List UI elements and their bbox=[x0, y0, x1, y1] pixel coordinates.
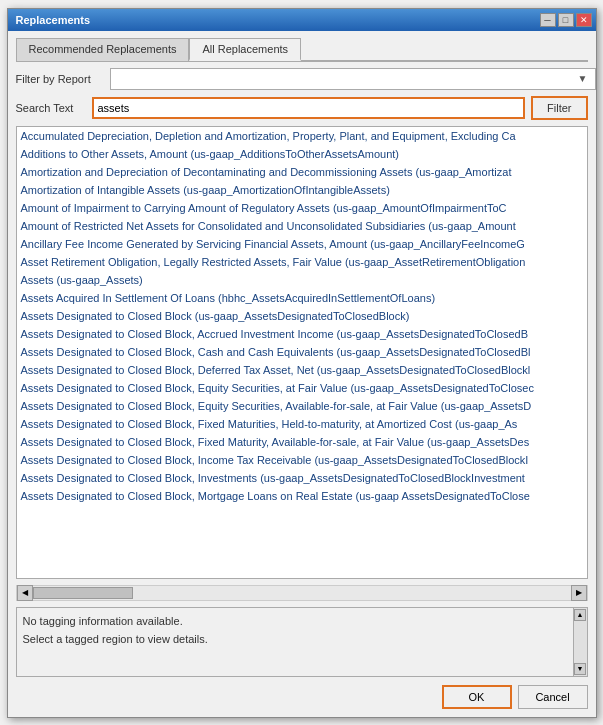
scroll-left-button[interactable]: ◀ bbox=[17, 585, 33, 601]
cancel-button[interactable]: Cancel bbox=[518, 685, 588, 709]
list-item[interactable]: Assets (us-gaap_Assets) bbox=[17, 271, 587, 289]
tab-recommended[interactable]: Recommended Replacements bbox=[16, 38, 190, 61]
list-item[interactable]: Assets Designated to Closed Block, Incom… bbox=[17, 451, 587, 469]
list-item[interactable]: Assets Designated to Closed Block, Defer… bbox=[17, 361, 587, 379]
info-line-2: Select a tagged region to view details. bbox=[23, 630, 581, 648]
main-window: Replacements ─ □ ✕ Recommended Replaceme… bbox=[7, 8, 597, 718]
filter-by-report-dropdown[interactable] bbox=[110, 68, 596, 90]
list-item[interactable]: Assets Designated to Closed Block, Inves… bbox=[17, 469, 587, 487]
info-section: No tagging information available. Select… bbox=[16, 607, 588, 677]
list-item[interactable]: Asset Retirement Obligation, Legally Res… bbox=[17, 253, 587, 271]
window-title: Replacements bbox=[12, 14, 91, 26]
list-item[interactable]: Additions to Other Assets, Amount (us-ga… bbox=[17, 145, 587, 163]
list-item[interactable]: Amortization of Intangible Assets (us-ga… bbox=[17, 181, 587, 199]
list-item[interactable]: Assets Designated to Closed Block, Equit… bbox=[17, 397, 587, 415]
filter-button[interactable]: Filter bbox=[531, 96, 587, 120]
list-item[interactable]: Amount of Impairment to Carrying Amount … bbox=[17, 199, 587, 217]
title-bar-controls: ─ □ ✕ bbox=[540, 13, 592, 27]
list-item[interactable]: Amount of Restricted Net Assets for Cons… bbox=[17, 217, 587, 235]
filter-select-wrap: ▼ bbox=[102, 68, 588, 90]
info-scrollbar[interactable]: ▲ ▼ bbox=[573, 608, 587, 676]
list-item[interactable]: Assets Designated to Closed Block (us-ga… bbox=[17, 307, 587, 325]
title-bar: Replacements ─ □ ✕ bbox=[8, 9, 596, 31]
list-item[interactable]: Ancillary Fee Income Generated by Servic… bbox=[17, 235, 587, 253]
tabs-row: Recommended Replacements All Replacement… bbox=[16, 37, 588, 62]
list-item[interactable]: Assets Designated to Closed Block, Fixed… bbox=[17, 433, 587, 451]
close-button[interactable]: ✕ bbox=[576, 13, 592, 27]
maximize-button[interactable]: □ bbox=[558, 13, 574, 27]
list-item[interactable]: Assets Designated to Closed Block, Fixed… bbox=[17, 415, 587, 433]
list-item[interactable]: Assets Designated to Closed Block, Equit… bbox=[17, 379, 587, 397]
bottom-buttons: OK Cancel bbox=[16, 683, 588, 709]
ok-button[interactable]: OK bbox=[442, 685, 512, 709]
list-item[interactable]: Assets Designated to Closed Block, Cash … bbox=[17, 343, 587, 361]
minimize-button[interactable]: ─ bbox=[540, 13, 556, 27]
search-label: Search Text bbox=[16, 102, 86, 114]
list-item[interactable]: Amortization and Depreciation of Deconta… bbox=[17, 163, 587, 181]
scroll-track[interactable] bbox=[33, 586, 571, 600]
window-content: Recommended Replacements All Replacement… bbox=[8, 31, 596, 717]
results-list[interactable]: Accumulated Depreciation, Depletion and … bbox=[16, 126, 588, 579]
scroll-down-button[interactable]: ▼ bbox=[574, 663, 586, 675]
scroll-up-button[interactable]: ▲ bbox=[574, 609, 586, 621]
search-row: Search Text Filter bbox=[16, 96, 588, 120]
list-item[interactable]: Assets Designated to Closed Block, Accru… bbox=[17, 325, 587, 343]
filter-by-report-row: Filter by Report ▼ bbox=[16, 68, 588, 90]
list-item[interactable]: Assets Acquired In Settlement Of Loans (… bbox=[17, 289, 587, 307]
search-input[interactable] bbox=[92, 97, 526, 119]
horizontal-scrollbar[interactable]: ◀ ▶ bbox=[16, 585, 588, 601]
list-item[interactable]: Accumulated Depreciation, Depletion and … bbox=[17, 127, 587, 145]
list-item[interactable]: Assets Designated to Closed Block, Mortg… bbox=[17, 487, 587, 505]
info-line-1: No tagging information available. bbox=[23, 612, 581, 630]
tab-all-replacements[interactable]: All Replacements bbox=[189, 38, 301, 61]
filter-by-report-label: Filter by Report bbox=[16, 73, 96, 85]
scroll-right-button[interactable]: ▶ bbox=[571, 585, 587, 601]
scroll-thumb[interactable] bbox=[33, 587, 133, 599]
